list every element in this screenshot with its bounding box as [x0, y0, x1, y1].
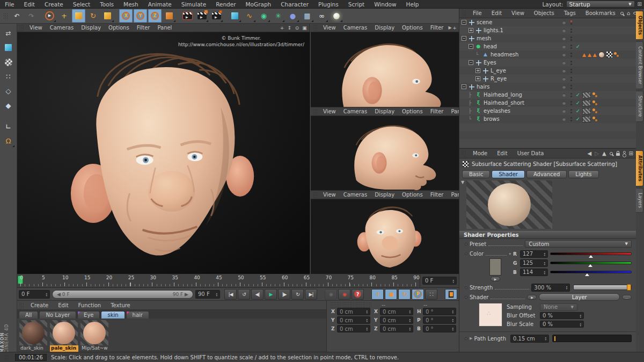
tree-item-l_eye[interactable]: +L_eye: [459, 67, 636, 75]
menu-select[interactable]: Select: [68, 1, 95, 8]
visibility-dots-icon[interactable]: [568, 53, 574, 57]
toolbar-grip[interactable]: [3, 13, 8, 19]
stepper-icon[interactable]: ▴▾: [452, 309, 453, 314]
help-button[interactable]: ?: [352, 289, 364, 300]
material-mip-sat-w[interactable]: Mip/Sat~w: [80, 320, 109, 352]
lock-x-icon[interactable]: X: [119, 9, 133, 23]
object-menu-view[interactable]: View: [507, 10, 529, 16]
collapse-icon[interactable]: –: [469, 60, 473, 65]
tab-advanced[interactable]: Advanced: [526, 170, 567, 178]
blur-offset-field[interactable]: 0 % ▴▾: [540, 312, 584, 319]
tree-item-mesh[interactable]: –mesh: [459, 34, 636, 42]
viewport-menu-options[interactable]: Options: [105, 25, 133, 31]
rotate-icon[interactable]: ↻: [86, 9, 100, 23]
search-icon[interactable]: [620, 12, 624, 15]
preset-select[interactable]: Custom ▼: [525, 240, 632, 248]
undo-icon[interactable]: ↶: [10, 9, 24, 23]
panel-tab-objects[interactable]: Objects: [636, 11, 643, 40]
snap-icon[interactable]: Ω: [2, 134, 15, 148]
viewport-menu-view[interactable]: View: [319, 108, 340, 114]
material-menu-create[interactable]: Create: [26, 302, 53, 308]
viewport-menu-filter[interactable]: Filter: [427, 192, 448, 198]
redo-icon[interactable]: ↷: [25, 9, 38, 23]
play-forward-button[interactable]: ▶: [265, 289, 277, 300]
shader-preview[interactable]: [466, 180, 552, 229]
range-end-field[interactable]: 90 F ▴▾: [195, 290, 220, 299]
layer-shader-thumbnail[interactable]: [479, 303, 502, 327]
history-back-icon[interactable]: ◀: [588, 150, 592, 156]
expand-icon[interactable]: +: [469, 28, 473, 33]
make-editable-icon[interactable]: ⇄: [2, 26, 15, 40]
stepper-icon[interactable]: ▴▾: [409, 309, 411, 314]
material-menu-texture[interactable]: Texture: [106, 302, 135, 308]
tree-item-r_eye[interactable]: +R_eye: [459, 75, 636, 83]
shader-arrow-button[interactable]: ▶: [527, 295, 537, 300]
enable-dot-icon[interactable]: [562, 53, 566, 56]
stepper-icon[interactable]: ▴▾: [366, 327, 368, 331]
collapse-icon[interactable]: –: [462, 20, 466, 25]
tree-item-head[interactable]: –●head✓: [459, 42, 636, 50]
layer-tab-hair[interactable]: hair: [126, 311, 149, 318]
layer-tab-all[interactable]: All: [19, 311, 38, 318]
viewport-grip[interactable]: [313, 192, 317, 198]
stepper-icon[interactable]: ▴▾: [580, 322, 581, 327]
color-swatch[interactable]: [489, 258, 501, 276]
stepper-icon[interactable]: ▴▾: [452, 279, 454, 283]
menu-tools[interactable]: Tools: [95, 1, 119, 8]
menu-script[interactable]: Script: [343, 1, 369, 8]
layout-switch-icon[interactable]: ⊞: [638, 1, 642, 7]
menu-animate[interactable]: Animate: [143, 1, 177, 8]
viewport-menu-filter[interactable]: Filter: [133, 25, 154, 31]
rotate-view-icon[interactable]: ⊙: [294, 25, 300, 31]
menu-window[interactable]: Window: [369, 1, 401, 8]
phong-tag-icon[interactable]: ▲: [582, 52, 586, 57]
menu-mograph[interactable]: MoGraph: [241, 1, 276, 8]
viewport-menu-cameras[interactable]: Cameras: [46, 25, 77, 31]
autokey-button[interactable]: [445, 289, 457, 300]
key-pla-toggle[interactable]: ∷: [425, 289, 437, 300]
add-spline-icon[interactable]: ∿: [243, 9, 256, 23]
viewport-menu-view[interactable]: View: [26, 25, 46, 31]
viewport-grip[interactable]: [313, 108, 317, 114]
goto-end-button[interactable]: ▶|: [305, 289, 317, 300]
key-scale-toggle[interactable]: ■: [385, 289, 397, 300]
channel-r-slider[interactable]: [550, 252, 632, 255]
pan-icon[interactable]: +: [452, 25, 458, 31]
enabled-check-icon[interactable]: ✓: [574, 116, 582, 122]
key-parameter-toggle[interactable]: P: [412, 289, 424, 300]
enable-dot-icon[interactable]: [562, 118, 566, 121]
shader-layer-button[interactable]: Layer: [539, 293, 620, 301]
coord-field-y-1[interactable]: 0 cm▴▾: [380, 316, 413, 324]
visibility-dots-icon[interactable]: [568, 77, 574, 81]
path-expander-icon[interactable]: ▶: [470, 336, 472, 341]
menu-mesh[interactable]: Mesh: [119, 1, 143, 8]
viewport-menu-options[interactable]: Options: [398, 25, 427, 31]
lock-y-icon[interactable]: Y: [134, 9, 147, 23]
uvw-tag-icon[interactable]: [606, 52, 612, 57]
add-light-icon[interactable]: [330, 9, 343, 23]
menu-create[interactable]: Create: [40, 1, 68, 8]
add-deformer-icon[interactable]: ✳: [272, 9, 285, 23]
home-icon[interactable]: ⌂: [627, 10, 630, 16]
stepper-icon[interactable]: ▴▾: [216, 292, 217, 296]
coord-field-z-0[interactable]: 0 cm▴▾: [337, 325, 370, 332]
anim-dot-icon[interactable]: [465, 243, 467, 245]
enable-dot-icon[interactable]: [562, 45, 566, 48]
texture-mode-icon[interactable]: [2, 55, 15, 69]
attribute-menu-edit[interactable]: Edit: [492, 150, 512, 156]
coord-field-y-0[interactable]: 0 cm▴▾: [337, 316, 370, 324]
layer-tab-skin[interactable]: skin: [101, 311, 125, 318]
live-selection-icon[interactable]: ▶: [43, 9, 56, 23]
anim-dot-icon[interactable]: [465, 337, 467, 340]
menu-file[interactable]: File: [0, 1, 19, 8]
material-menu-function[interactable]: Function: [74, 302, 106, 308]
selection-tag-icon[interactable]: [592, 116, 598, 122]
attribute-manager-grip[interactable]: [462, 150, 466, 156]
goto-start-button[interactable]: |◀: [224, 289, 237, 300]
material-tag-icon[interactable]: [582, 108, 591, 114]
enable-dot-icon[interactable]: [562, 85, 566, 89]
material-tag-icon[interactable]: [582, 100, 591, 106]
next-frame-button[interactable]: |▶: [278, 289, 290, 300]
collapse-icon[interactable]: –: [469, 44, 473, 49]
visibility-dots-icon[interactable]: [568, 37, 574, 41]
